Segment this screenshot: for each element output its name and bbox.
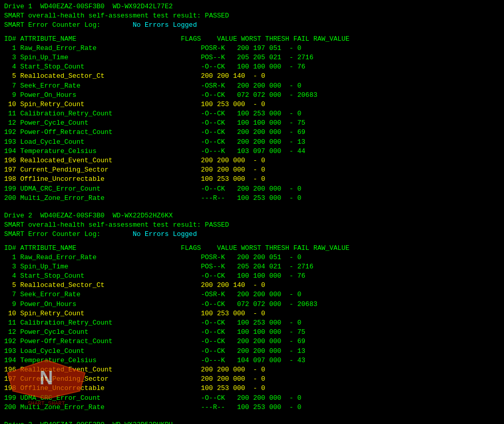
attr-row-1-8: 12 Power_Cycle_Count -O--CK 100 100 000 … [4,118,500,128]
attr-row-1-6: 10 Spin_Retry_Count 100 253 000 - 0 [4,100,500,109]
attr-row-2-13: 197 Current_Pending_Sector 200 200 000 -… [4,375,500,384]
attr-row-1-12: 196 Reallocated_Event_Count 200 200 000 … [4,156,500,165]
attr-row-2-5: 9 Power_On_Hours -O--CK 072 072 000 - 20… [4,300,500,309]
attr-row-1-2: 4 Start_Stop_Count -O--CK 100 100 000 - … [4,62,500,72]
attr-row-2-12: 196 Reallocated_Event_Count 200 200 000 … [4,365,500,375]
drive-section-2: Drive 2 WD40EZAZ-00SF3B0 WD-WX22D52HZ6KX… [4,211,500,416]
attr-row-1-5: 9 Power_On_Hours -O--CK 072 072 000 - 20… [4,91,500,100]
drive-header-3: Drive 3 WD40EZAZ-00SF3B0 WD-WX22D52DHKPH [4,420,500,424]
attr-row-2-6: 10 Spin_Retry_Count 100 253 000 - 0 [4,309,500,318]
col-header-1: ID# ATTRIBUTE_NAME FLAGS VALUE WORST THR… [4,35,500,44]
attr-row-2-9: 192 Power-Off_Retract_Count -O--CK 200 2… [4,337,500,346]
attr-row-1-10: 193 Load_Cycle_Count -O--CK 200 200 000 … [4,138,500,147]
drive-health-2: SMART overall-health self-assessment tes… [4,221,500,230]
attr-row-1-13: 197 Current_Pending_Sector 200 200 000 -… [4,165,500,175]
attr-row-2-3: 5 Reallocated_Sector_Ct 200 200 140 - 0 [4,281,500,290]
attr-row-1-1: 3 Spin_Up_Time POS--K 205 205 021 - 2716 [4,53,500,62]
attr-row-2-14: 198 Offline_Uncorrectable 100 253 000 - … [4,384,500,393]
app: Drive 1 WD40EZAZ-00SF3B0 WD-WX92D42L77E2… [4,2,500,424]
drive-section-1: Drive 1 WD40EZAZ-00SF3B0 WD-WX92D42L77E2… [4,2,500,207]
attr-row-1-0: 1 Raw_Read_Error_Rate POSR-K 200 197 051… [4,44,500,53]
attr-row-1-9: 192 Power-Off_Retract_Count -O--CK 200 2… [4,128,500,137]
drive-errors-1: SMART Error Counter Log: No Errors Logge… [4,21,500,30]
attr-row-1-15: 199 UDMA_CRC_Error_Count -O--CK 200 200 … [4,184,500,194]
drive-health-1: SMART overall-health self-assessment tes… [4,11,500,21]
col-header-2: ID# ATTRIBUTE_NAME FLAGS VALUE WORST THR… [4,244,500,253]
drive-section-3: Drive 3 WD40EZAZ-00SF3B0 WD-WX22D52DHKPH… [4,420,500,424]
attr-row-1-4: 7 Seek_Error_Rate -OSR-K 200 200 000 - 0 [4,81,500,91]
attr-row-2-2: 4 Start_Stop_Count -O--CK 100 100 000 - … [4,272,500,281]
attr-row-2-7: 11 Calibration_Retry_Count -O--CK 100 25… [4,318,500,328]
attr-row-2-10: 193 Load_Cycle_Count -O--CK 200 200 000 … [4,347,500,356]
attr-row-2-8: 12 Power_Cycle_Count -O--CK 100 100 000 … [4,328,500,337]
attr-row-1-16: 200 Multi_Zone_Error_Rate ---R-- 100 253… [4,194,500,203]
attr-row-1-14: 198 Offline_Uncorrectable 100 253 000 - … [4,175,500,184]
attr-row-1-3: 5 Reallocated_Sector_Ct 200 200 140 - 0 [4,72,500,81]
attr-row-2-16: 200 Multi_Zone_Error_Rate ---R-- 100 253… [4,403,500,412]
attr-row-2-15: 199 UDMA_CRC_Error_Count -O--CK 200 200 … [4,394,500,403]
attr-row-2-0: 1 Raw_Read_Error_Rate POSR-K 200 200 051… [4,253,500,262]
drive-header-2: Drive 2 WD40EZAZ-00SF3B0 WD-WX22D52HZ6KX [4,211,500,221]
drive-errors-2: SMART Error Counter Log: No Errors Logge… [4,230,500,239]
attr-row-2-4: 7 Seek_Error_Rate -OSR-K 200 200 000 - 0 [4,290,500,299]
attr-row-2-1: 3 Spin_Up_Time POS--K 205 204 021 - 2716 [4,262,500,272]
attr-row-1-11: 194 Temperature_Celsius -O---K 103 097 0… [4,147,500,156]
attr-row-1-7: 11 Calibration_Retry_Count -O--CK 100 25… [4,109,500,118]
drive-header-1: Drive 1 WD40EZAZ-00SF3B0 WD-WX92D42L77E2 [4,2,500,11]
attr-row-2-11: 194 Temperature_Celsius -O---K 104 097 0… [4,356,500,365]
